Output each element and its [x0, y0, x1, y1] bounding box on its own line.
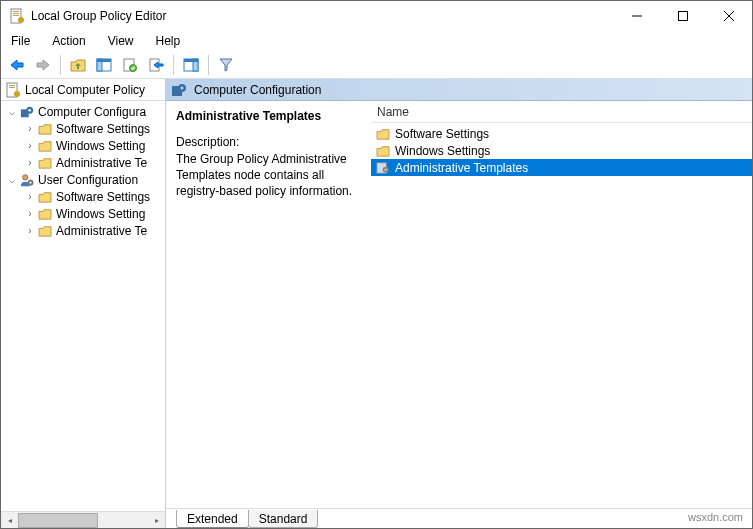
show-hide-tree-button[interactable]	[92, 53, 116, 77]
folder-icon	[37, 224, 53, 238]
svg-point-24	[28, 108, 31, 111]
gear-icon	[172, 82, 188, 98]
menu-help[interactable]: Help	[152, 33, 185, 49]
content-body: Administrative Templates Description: Th…	[166, 101, 752, 508]
menu-view[interactable]: View	[104, 33, 138, 49]
view-tabs: Extended Standard	[166, 508, 752, 528]
content-header-label: Computer Configuration	[194, 83, 321, 97]
toolbar-separator	[208, 55, 209, 75]
tree-header[interactable]: Local Computer Policy	[1, 79, 165, 101]
chevron-right-icon[interactable]: ›	[23, 191, 37, 202]
window-controls	[614, 1, 752, 31]
folder-icon	[375, 127, 391, 141]
folder-icon	[37, 156, 53, 170]
show-hide-action-pane-button[interactable]	[179, 53, 203, 77]
window-frame: Local Group Policy Editor File Action Vi…	[0, 0, 753, 529]
svg-rect-2	[13, 13, 19, 14]
tab-standard[interactable]: Standard	[248, 510, 319, 528]
toolbar-separator	[60, 55, 61, 75]
svg-rect-20	[9, 87, 15, 88]
export-list-button[interactable]	[144, 53, 168, 77]
tab-extended-label: Extended	[187, 512, 238, 526]
tree-item-label: Computer Configura	[38, 105, 146, 119]
menu-action[interactable]: Action	[48, 33, 89, 49]
folder-icon	[37, 207, 53, 221]
tree-item[interactable]: ›Windows Setting	[1, 137, 165, 154]
titlebar: Local Group Policy Editor	[1, 1, 752, 31]
app-icon	[9, 8, 25, 24]
window-title: Local Group Policy Editor	[31, 9, 614, 23]
svg-rect-11	[97, 59, 111, 62]
back-button[interactable]	[5, 53, 29, 77]
tree-item-label: Software Settings	[56, 122, 150, 136]
svg-point-33	[385, 168, 387, 170]
maximize-button[interactable]	[660, 1, 706, 31]
svg-rect-19	[9, 85, 15, 86]
toolbar-separator	[173, 55, 174, 75]
list-item[interactable]: Administrative Templates	[371, 159, 752, 176]
menubar: File Action View Help	[1, 31, 752, 51]
tree-item[interactable]: ›Windows Setting	[1, 205, 165, 222]
column-name-label: Name	[377, 105, 409, 119]
svg-point-27	[30, 181, 32, 183]
folder-icon	[37, 190, 53, 204]
description-column: Administrative Templates Description: Th…	[166, 101, 371, 508]
list-item-label: Administrative Templates	[395, 161, 528, 175]
scroll-thumb[interactable]	[18, 513, 98, 528]
close-button[interactable]	[706, 1, 752, 31]
tree-item-label: Administrative Te	[56, 156, 147, 170]
svg-rect-6	[679, 12, 688, 21]
svg-point-30	[181, 86, 184, 89]
tree-item-label: Administrative Te	[56, 224, 147, 238]
chevron-right-icon[interactable]: ›	[23, 208, 37, 219]
gear-sheet-icon	[375, 161, 391, 175]
menu-file[interactable]: File	[7, 33, 34, 49]
tree-item-label: Software Settings	[56, 190, 150, 204]
chevron-right-icon[interactable]: ›	[23, 157, 37, 168]
description-text: The Group Policy Administrative Template…	[176, 151, 361, 200]
selection-title: Administrative Templates	[176, 109, 361, 123]
filter-button[interactable]	[214, 53, 238, 77]
tree-item[interactable]: ›Software Settings	[1, 188, 165, 205]
content-panel: Computer Configuration Administrative Te…	[166, 79, 752, 528]
svg-point-21	[14, 91, 20, 97]
chevron-right-icon[interactable]: ›	[23, 225, 37, 236]
list-item-label: Software Settings	[395, 127, 489, 141]
list-column: Name Software SettingsWindows SettingsAd…	[371, 101, 752, 508]
scroll-left-arrow[interactable]: ◂	[1, 512, 18, 529]
tree-header-label: Local Computer Policy	[25, 83, 145, 97]
chevron-down-icon[interactable]: ⌵	[5, 106, 19, 117]
scroll-right-arrow[interactable]: ▸	[148, 512, 165, 529]
tree-horizontal-scrollbar[interactable]: ◂ ▸	[1, 511, 165, 528]
list-column-header[interactable]: Name	[371, 101, 752, 123]
svg-point-25	[23, 174, 28, 179]
chevron-right-icon[interactable]: ›	[23, 123, 37, 134]
folder-icon	[37, 139, 53, 153]
chevron-down-icon[interactable]: ⌵	[5, 174, 19, 185]
toolbar	[1, 51, 752, 79]
svg-point-4	[18, 17, 24, 23]
list-item[interactable]: Windows Settings	[371, 142, 752, 159]
main-area: Local Computer Policy ⌵Computer Configur…	[1, 79, 752, 528]
properties-button[interactable]	[118, 53, 142, 77]
tree-item[interactable]: ⌵User Configuration	[1, 171, 165, 188]
folder-icon	[37, 122, 53, 136]
list-item[interactable]: Software Settings	[371, 125, 752, 142]
chevron-right-icon[interactable]: ›	[23, 140, 37, 151]
gear-icon	[19, 105, 35, 119]
list-item-label: Windows Settings	[395, 144, 490, 158]
list-body: Software SettingsWindows SettingsAdminis…	[371, 123, 752, 508]
folder-icon	[375, 144, 391, 158]
up-level-button[interactable]	[66, 53, 90, 77]
minimize-button[interactable]	[614, 1, 660, 31]
tree-item[interactable]: ⌵Computer Configura	[1, 103, 165, 120]
svg-rect-17	[184, 59, 198, 62]
forward-button[interactable]	[31, 53, 55, 77]
tree-item[interactable]: ›Administrative Te	[1, 222, 165, 239]
tree-item-label: Windows Setting	[56, 139, 145, 153]
description-label: Description:	[176, 135, 361, 149]
tree-item[interactable]: ›Administrative Te	[1, 154, 165, 171]
tab-extended[interactable]: Extended	[176, 510, 249, 528]
tree-item[interactable]: ›Software Settings	[1, 120, 165, 137]
tree-item-label: User Configuration	[38, 173, 138, 187]
